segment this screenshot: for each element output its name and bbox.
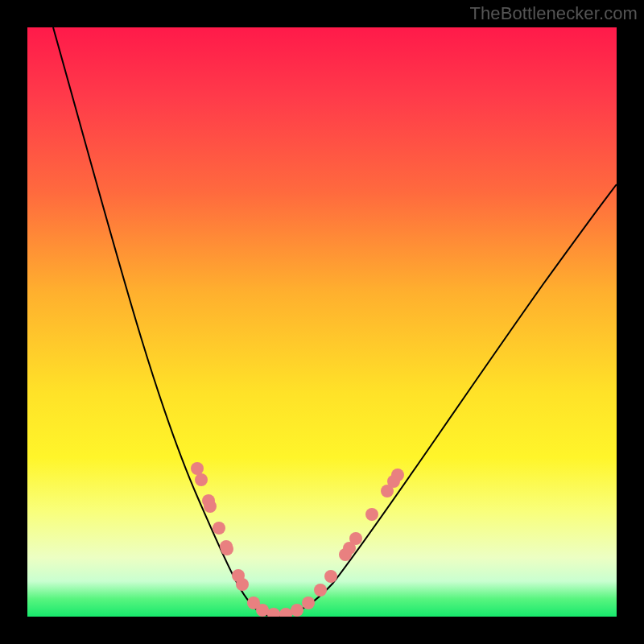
data-point [365, 508, 378, 521]
data-point [279, 608, 292, 617]
data-point [236, 578, 249, 591]
data-point [349, 532, 362, 545]
plot-area [27, 27, 617, 617]
dots-group [191, 462, 404, 617]
data-point [221, 543, 233, 555]
data-point [191, 462, 204, 475]
data-point [291, 604, 303, 617]
data-point [213, 522, 225, 535]
data-point [324, 570, 337, 583]
curve-svg [27, 27, 617, 617]
data-point [267, 608, 280, 617]
chart-frame: TheBottlenecker.com [0, 0, 644, 644]
data-point [314, 584, 327, 597]
data-point [391, 469, 404, 481]
data-point [204, 500, 217, 513]
data-point [302, 597, 315, 609]
data-point [256, 604, 269, 617]
data-point [195, 473, 208, 486]
watermark-text: TheBottlenecker.com [469, 3, 638, 24]
bottleneck-curve [53, 27, 617, 616]
